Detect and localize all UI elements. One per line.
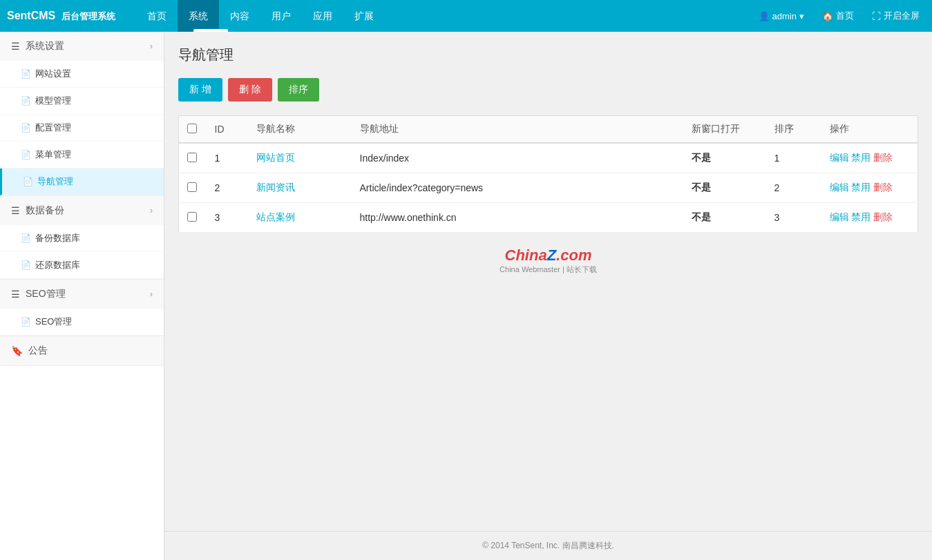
- file-icon: 📄: [21, 69, 31, 79]
- file-icon: 📄: [21, 123, 31, 133]
- top-right-nav: 👤 admin ▾ 🏠 首页 ⛶ 开启全屏: [753, 0, 925, 32]
- row-name-link-2[interactable]: 站点案例: [256, 211, 295, 222]
- group-left: ☰ SEO管理: [11, 288, 66, 300]
- nav-item-extend[interactable]: 扩展: [343, 0, 385, 32]
- main-content: 导航管理 新 增 删 除 排序 ID 导航名称 导航地址 新: [164, 32, 932, 560]
- select-all-checkbox[interactable]: [187, 124, 197, 133]
- sidebar-group-seo-label: SEO管理: [26, 288, 66, 300]
- row-newwin-2: 不是: [683, 203, 766, 233]
- sidebar-item-seo-manage-label: SEO管理: [35, 316, 72, 328]
- watermark-sub: China Webmaster | 站长下载: [192, 264, 904, 275]
- row-actions-1: 编辑 禁用 删除: [821, 173, 918, 203]
- group-left: ☰ 系统设置: [11, 40, 64, 52]
- edit-button-2[interactable]: 编辑: [830, 211, 849, 222]
- sidebar-group-notice-label: 公告: [28, 345, 48, 357]
- row-id-0: 1: [207, 143, 248, 173]
- table-row: 1 网站首页 Index/index 不是 1 编辑 禁用 删除: [179, 143, 918, 173]
- row-check-1: [179, 173, 207, 203]
- sidebar-group-system: ☰ 系统设置 › 📄 网站设置 📄 模型管理 📄 配置管理 📄 菜单管理: [0, 32, 164, 196]
- sidebar-group-seo-header[interactable]: ☰ SEO管理 ›: [0, 280, 164, 309]
- sidebar-group-backup: ☰ 数据备份 › 📄 备份数据库 📄 还原数据库: [0, 196, 164, 280]
- th-order: 排序: [766, 116, 821, 144]
- delete-row-button-2[interactable]: 删除: [873, 211, 893, 222]
- sidebar-item-model-manage[interactable]: 📄 模型管理: [0, 88, 164, 115]
- content-area: 导航管理 新 增 删 除 排序 ID 导航名称 导航地址 新: [164, 32, 932, 531]
- nav-item-users[interactable]: 用户: [260, 0, 302, 32]
- admin-menu[interactable]: 👤 admin ▾: [753, 0, 810, 32]
- table-row: 2 新闻资讯 Article/index?category=news 不是 2 …: [179, 173, 918, 203]
- row-checkbox-1[interactable]: [187, 182, 197, 192]
- edit-button-1[interactable]: 编辑: [830, 182, 849, 193]
- row-id-2: 3: [207, 203, 248, 233]
- row-order-1: 2: [766, 173, 821, 203]
- sidebar: ☰ 系统设置 › 📄 网站设置 📄 模型管理 📄 配置管理 📄 菜单管理: [0, 32, 164, 560]
- sidebar-group-notice-header[interactable]: 🔖 公告: [0, 336, 164, 365]
- list-icon: ☰: [11, 205, 20, 216]
- delete-row-button-0[interactable]: 删除: [873, 152, 893, 163]
- sidebar-item-website-settings-label: 网站设置: [35, 68, 71, 80]
- row-checkbox-2[interactable]: [187, 212, 197, 222]
- file-icon: 📄: [23, 177, 33, 186]
- sidebar-item-restore-db-label: 还原数据库: [35, 259, 80, 271]
- disable-button-2[interactable]: 禁用: [851, 211, 871, 222]
- sidebar-item-menu-manage[interactable]: 📄 菜单管理: [0, 142, 164, 168]
- nav-item-content[interactable]: 内容: [219, 0, 260, 32]
- sidebar-item-website-settings[interactable]: 📄 网站设置: [0, 61, 164, 88]
- watermark-logo: ChinaZ.com: [192, 247, 904, 264]
- brand: SentCMS 后台管理系统: [7, 10, 115, 23]
- nav-item-system[interactable]: 系统: [178, 0, 219, 32]
- row-name-0: 网站首页: [248, 143, 352, 173]
- nav-table: ID 导航名称 导航地址 新窗口打开 排序 操作 1 网站首页 In: [178, 115, 918, 233]
- th-name: 导航名称: [248, 116, 352, 144]
- nav-active-indicator: [193, 29, 228, 32]
- fullscreen-button[interactable]: ⛶ 开启全屏: [866, 0, 925, 32]
- top-nav-items: 首页 系统 内容 用户 应用 扩展: [136, 0, 753, 32]
- sidebar-item-config-manage-label: 配置管理: [35, 122, 71, 134]
- sidebar-item-restore-db[interactable]: 📄 还原数据库: [0, 252, 164, 279]
- file-icon: 📄: [21, 150, 31, 160]
- sidebar-group-system-label: 系统设置: [26, 40, 64, 52]
- admin-icon: 👤: [759, 11, 770, 21]
- sidebar-item-backup-db-label: 备份数据库: [35, 232, 80, 244]
- sidebar-item-nav-manage[interactable]: 📄 导航管理: [0, 168, 164, 195]
- sidebar-item-menu-manage-label: 菜单管理: [35, 148, 71, 161]
- disable-button-0[interactable]: 禁用: [851, 152, 871, 163]
- sidebar-group-seo: ☰ SEO管理 › 📄 SEO管理: [0, 280, 164, 336]
- file-icon: 📄: [21, 233, 31, 243]
- sidebar-group-system-header[interactable]: ☰ 系统设置 ›: [0, 32, 164, 61]
- add-button[interactable]: 新 增: [178, 78, 222, 102]
- row-name-link-0[interactable]: 网站首页: [256, 152, 295, 163]
- sidebar-item-backup-db[interactable]: 📄 备份数据库: [0, 225, 164, 252]
- nav-item-apps[interactable]: 应用: [302, 0, 343, 32]
- home-button[interactable]: 🏠 首页: [817, 0, 859, 32]
- watermark-com: com: [560, 247, 591, 264]
- footer-text: © 2014 TenSent, Inc. 南昌腾速科技.: [482, 541, 614, 550]
- sidebar-group-notice: 🔖 公告: [0, 336, 164, 366]
- chevron-right-icon: ›: [150, 289, 153, 299]
- th-url: 导航地址: [352, 116, 683, 144]
- sidebar-item-config-manage[interactable]: 📄 配置管理: [0, 115, 164, 142]
- edit-button-0[interactable]: 编辑: [830, 152, 849, 163]
- sort-button[interactable]: 排序: [278, 78, 319, 102]
- sidebar-group-backup-header[interactable]: ☰ 数据备份 ›: [0, 196, 164, 225]
- chevron-down-icon: ▾: [799, 11, 804, 21]
- row-order-0: 1: [766, 143, 821, 173]
- top-nav: SentCMS 后台管理系统 首页 系统 内容 用户 应用 扩展 👤 admin…: [0, 0, 932, 32]
- sidebar-item-model-manage-label: 模型管理: [35, 95, 71, 107]
- brand-name: SentCMS: [7, 10, 55, 21]
- toolbar: 新 增 删 除 排序: [178, 78, 918, 102]
- home-label: 首页: [836, 10, 854, 22]
- sidebar-item-seo-manage[interactable]: 📄 SEO管理: [0, 309, 164, 336]
- row-name-link-1[interactable]: 新闻资讯: [256, 182, 295, 193]
- chevron-right-icon: ›: [150, 206, 153, 215]
- nav-item-home[interactable]: 首页: [136, 0, 178, 32]
- row-checkbox-0[interactable]: [187, 153, 197, 162]
- delete-row-button-1[interactable]: 删除: [873, 182, 893, 193]
- row-actions-2: 编辑 禁用 删除: [821, 203, 918, 233]
- row-actions-0: 编辑 禁用 删除: [821, 143, 918, 173]
- bookmark-icon: 🔖: [11, 345, 23, 356]
- table-header-row: ID 导航名称 导航地址 新窗口打开 排序 操作: [179, 116, 918, 144]
- delete-button[interactable]: 删 除: [228, 78, 272, 102]
- disable-button-1[interactable]: 禁用: [851, 182, 871, 193]
- watermark-z: Z: [547, 247, 556, 264]
